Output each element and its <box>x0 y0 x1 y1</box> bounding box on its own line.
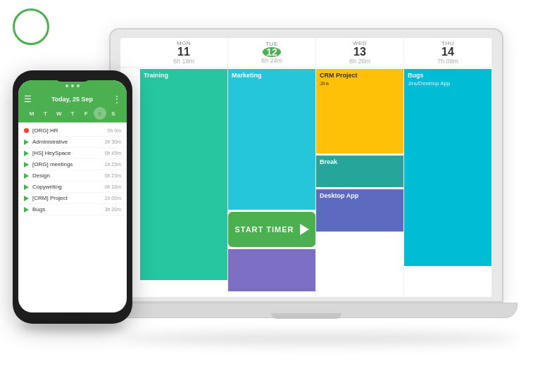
crm-label: CRM Project <box>320 72 358 79</box>
week-day-t2[interactable]: T <box>66 107 79 120</box>
cal-event-desktop: Desktop App <box>316 189 403 232</box>
item-name-0: [ORG] HR <box>32 127 108 134</box>
dot-icon <box>24 128 29 133</box>
calendar-body: Training Marketing START TIMER <box>120 68 492 297</box>
laptop-base <box>95 303 518 318</box>
phone-header: ☰ Today, 25 Sep ⋮ M T W T F S S <box>18 91 127 122</box>
status-dot-3 <box>77 84 80 87</box>
start-timer-label: START TIMER <box>234 225 294 234</box>
crm-sublabel: Jira <box>320 80 400 87</box>
phone-device: ☰ Today, 25 Sep ⋮ M T W T F S S <box>13 70 132 324</box>
play-icon <box>24 173 29 179</box>
phone-notch <box>54 70 92 82</box>
cal-event-crm: CRM Project Jira <box>316 69 403 153</box>
status-dot-2 <box>71 84 74 87</box>
desktop-label: Desktop App <box>320 192 358 199</box>
tue-duration: 6h 24m <box>261 57 282 64</box>
laptop-device: MON 11 6h 18m TUE 12 6h 24m WED 13 6h <box>109 28 518 352</box>
week-day-m[interactable]: M <box>25 107 38 120</box>
play-icon <box>24 162 29 167</box>
week-day-s1[interactable]: S <box>94 107 106 120</box>
item-name-3: [ORG] meetings <box>32 161 105 167</box>
item-time-3: 1h 23m <box>105 162 121 167</box>
status-dot-1 <box>65 84 68 87</box>
week-day-w[interactable]: W <box>53 107 65 120</box>
play-icon <box>24 207 29 213</box>
thu-day-num: 14 <box>441 46 454 58</box>
list-item[interactable]: Administrative 2h 30m <box>18 137 127 148</box>
marketing-label: Marketing <box>232 72 262 79</box>
calendar-col-wed: WED 13 6h 26m <box>316 38 404 67</box>
phone-status-dots <box>65 84 80 87</box>
list-item[interactable]: [CRM] Project 1h 00m <box>18 193 127 204</box>
cal-col-tue: Marketing START TIMER <box>228 68 316 297</box>
phone-header-top: ☰ Today, 25 Sep ⋮ <box>24 94 121 104</box>
play-icon <box>24 139 29 145</box>
item-name-4: Design <box>32 172 105 179</box>
phone-date-title: Today, 25 Sep <box>51 96 93 103</box>
cal-event-purple <box>228 249 315 291</box>
wed-duration: 6h 26m <box>349 58 370 65</box>
item-time-1: 2h 30m <box>105 139 121 144</box>
cal-col-thu: Bugs Jira/Desktop App <box>404 68 492 297</box>
item-time-0: 0h 0m <box>108 128 121 133</box>
list-item[interactable]: Design 0h 23m <box>18 170 127 182</box>
calendar-header: MON 11 6h 18m TUE 12 6h 24m WED 13 6h <box>120 38 492 68</box>
calendar-col-tue: TUE 12 6h 24m <box>228 38 316 67</box>
bugs-label: Bugs <box>408 72 424 79</box>
cal-col-wed: CRM Project Jira Break Desktop App <box>316 68 404 297</box>
phone-task-list: [ORG] HR 0h 0m Administrative 2h 30m [HS… <box>18 122 127 312</box>
phone-shadow <box>20 320 125 332</box>
week-day-f[interactable]: F <box>80 107 92 120</box>
decorative-circle <box>13 8 49 45</box>
phone-screen: ☰ Today, 25 Sep ⋮ M T W T F S S <box>18 80 127 312</box>
play-icon <box>24 151 29 156</box>
hamburger-icon[interactable]: ☰ <box>24 94 32 104</box>
calendar-col-mon: MON 11 6h 18m <box>140 38 228 67</box>
calendar: MON 11 6h 18m TUE 12 6h 24m WED 13 6h <box>120 38 492 297</box>
phone-body: ☰ Today, 25 Sep ⋮ M T W T F S S <box>13 70 132 324</box>
thu-duration: 7h 08m <box>437 58 458 65</box>
item-name-1: Administrative <box>32 139 105 145</box>
week-day-t1[interactable]: T <box>39 107 51 120</box>
training-label: Training <box>144 72 168 79</box>
item-time-7: 3h 20m <box>105 207 121 212</box>
cal-event-training: Training <box>140 69 227 280</box>
phone-week-row: M T W T F S S <box>24 107 121 120</box>
week-day-s2[interactable]: S <box>107 107 120 120</box>
list-item[interactable]: Copywriting 0h 16m <box>18 182 127 193</box>
item-name-6: [CRM] Project <box>32 195 105 201</box>
item-name-5: Copywriting <box>32 184 105 190</box>
laptop-notch <box>271 313 341 319</box>
break-label: Break <box>320 158 337 165</box>
cal-event-marketing: Marketing <box>228 69 315 210</box>
phone-status-bar <box>18 80 127 91</box>
bugs-sublabel: Jira/Desktop App <box>408 80 488 87</box>
play-arrow-icon <box>300 224 309 235</box>
list-item[interactable]: [ORG] HR 0h 0m <box>18 125 127 137</box>
calendar-col-thu: THU 14 7h 08m <box>404 38 492 67</box>
wed-day-num: 13 <box>353 46 366 58</box>
mon-day-num: 11 <box>177 46 190 58</box>
laptop-screen: MON 11 6h 18m TUE 12 6h 24m WED 13 6h <box>120 38 492 297</box>
cal-event-bugs: Bugs Jira/Desktop App <box>404 69 491 266</box>
mon-duration: 6h 18m <box>173 58 194 65</box>
laptop-shadow <box>123 332 518 345</box>
list-item[interactable]: Bugs 3h 20m <box>18 204 127 215</box>
item-name-7: Bugs <box>32 206 105 213</box>
play-icon <box>24 196 29 201</box>
start-timer-button[interactable]: START TIMER <box>228 212 315 247</box>
cal-event-break: Break <box>316 156 403 187</box>
item-name-2: [HS] HeySpace <box>32 150 105 156</box>
item-time-6: 1h 00m <box>105 196 121 201</box>
tue-day-num: 12 <box>263 47 281 57</box>
list-item[interactable]: [HS] HeySpace 0h 45m <box>18 148 127 159</box>
item-time-2: 0h 45m <box>105 151 121 156</box>
item-time-4: 0h 23m <box>105 173 121 178</box>
play-icon <box>24 184 29 190</box>
list-item[interactable]: [ORG] meetings 1h 23m <box>18 159 127 170</box>
laptop-bezel: MON 11 6h 18m TUE 12 6h 24m WED 13 6h <box>109 28 503 303</box>
more-options-icon[interactable]: ⋮ <box>113 94 121 104</box>
cal-col-mon: Training <box>140 68 228 297</box>
item-time-5: 0h 16m <box>105 184 121 189</box>
